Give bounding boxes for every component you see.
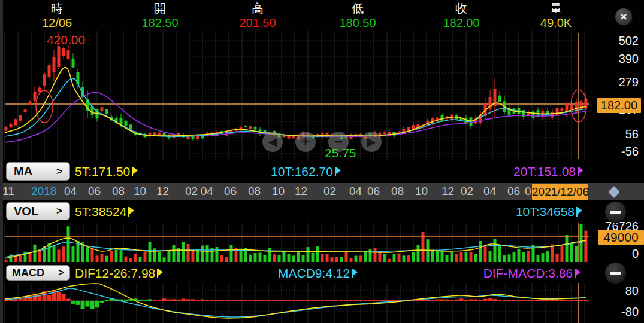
chevron-right-icon: > — [56, 205, 62, 217]
time-tick: 08 — [248, 185, 261, 198]
quote-value-low: 180.50 — [316, 16, 400, 30]
ma20-readout: 20T:151.08 — [513, 164, 584, 179]
quote-label-low: 低 — [316, 1, 400, 16]
quote-field-low: 低 180.50 — [316, 1, 400, 30]
flag-icon — [128, 207, 135, 217]
macd-settings-button[interactable]: MACD > — [6, 265, 70, 281]
time-tick-year: 2018 — [31, 185, 56, 198]
time-tick: 06 — [507, 185, 520, 198]
price-chart-canvas[interactable]: 420.00 25.75 ◀ + − ▶ 502 390 279 167 56 … — [0, 31, 644, 160]
collapse-volume-button[interactable] — [604, 201, 627, 223]
volume-chart-canvas[interactable]: 76726 49000 0 — [0, 223, 644, 263]
flag-icon — [352, 269, 358, 278]
macd-indicator-row: MACD > DIF12-26:7.98 MACD9:4.12 DIF-MACD… — [0, 263, 644, 283]
flag-icon — [157, 269, 164, 278]
ma-button-label: MA — [14, 164, 32, 178]
candlestick-chart — [0, 31, 644, 160]
ma5-readout: 5T:171.50 — [75, 164, 138, 179]
flag-icon — [575, 269, 581, 278]
time-tick: 08 — [391, 185, 404, 198]
chevron-right-icon: > — [56, 166, 62, 178]
quote-field-high: 高 201.50 — [216, 1, 300, 30]
time-tick: 04 — [201, 185, 213, 198]
vol-indicator-row: VOL > 5T:38524 10T:34658 — [0, 200, 644, 223]
quote-value-close: 182.00 — [419, 16, 503, 30]
pane-resize-handle-icon[interactable] — [607, 185, 621, 199]
time-tick: 11 — [2, 185, 14, 198]
time-tick: 12 — [442, 185, 454, 198]
pan-right-button[interactable]: ▶ — [361, 132, 382, 152]
time-tick: 04 — [349, 185, 362, 198]
low-price-annotation: 25.75 — [325, 146, 356, 160]
time-tick: 12 — [156, 185, 169, 198]
time-tick: 10 — [272, 185, 285, 198]
quote-value-time: 12/06 — [15, 16, 99, 30]
time-tick: 06 — [367, 185, 380, 198]
time-tick: 08 — [112, 185, 125, 198]
current-price-badge: 182.00 — [597, 98, 641, 113]
quote-label-volume: 量 — [514, 1, 598, 16]
current-volume-badge: 49000 — [598, 230, 644, 245]
quote-field-close: 收 182.00 — [419, 1, 503, 30]
quote-label-time: 時 — [15, 1, 99, 16]
time-tick: 10 — [134, 185, 146, 198]
quote-field-open: 開 182.50 — [118, 1, 202, 30]
time-axis[interactable]: 11 2018 04 06 08 10 12 02 04 06 08 10 12… — [0, 183, 644, 200]
quote-label-high: 高 — [216, 1, 300, 16]
quote-value-high: 201.50 — [216, 16, 300, 30]
vol5-readout: 5T:38524 — [75, 205, 135, 219]
flag-icon — [578, 167, 584, 176]
ma-settings-button[interactable]: MA > — [6, 162, 70, 181]
flag-icon — [132, 167, 138, 176]
price-axis-tick: 390 — [619, 52, 639, 66]
time-tick: 12 — [295, 185, 307, 198]
time-tick: 02 — [323, 185, 336, 198]
price-axis-tick: 502 — [619, 34, 639, 48]
macd-chart — [0, 283, 644, 323]
time-tick: 06 — [224, 185, 237, 198]
macd-axis-bottom: -80 — [621, 305, 639, 319]
collapse-macd-button[interactable] — [604, 262, 627, 284]
high-price-annotation: 420.00 — [47, 33, 85, 47]
zoom-in-button[interactable]: + — [295, 132, 316, 152]
time-tick: 04 — [64, 185, 77, 198]
dif-macd-readout: DIF-MACD:3.86 — [483, 266, 581, 281]
crosshair-date-badge: 2021/12/06 — [532, 184, 588, 200]
flag-icon — [576, 207, 583, 217]
price-axis-tick: 279 — [619, 75, 639, 89]
time-tick: 06 — [88, 185, 101, 198]
price-axis-tick: 56 — [625, 127, 639, 141]
chevron-right-icon: > — [58, 267, 64, 279]
time-tick: 02 — [185, 185, 198, 198]
quote-field-volume: 量 49.0K — [514, 1, 598, 30]
macd-button-label: MACD — [12, 267, 44, 279]
dif-readout: DIF12-26:7.98 — [75, 266, 164, 281]
quote-bar: 時 12/06 開 182.50 高 201.50 低 180.50 收 182… — [0, 0, 644, 31]
pan-left-button[interactable]: ◀ — [262, 132, 283, 152]
quote-field-time: 時 12/06 — [15, 1, 99, 30]
volume-axis-zero: 0 — [632, 247, 639, 261]
close-icon[interactable]: × — [615, 8, 633, 26]
vol-button-label: VOL — [14, 205, 38, 218]
time-tick: 04 — [483, 185, 496, 198]
ma-indicator-row: MA > 5T:171.50 10T:162.70 20T:151.08 — [0, 160, 644, 183]
quote-value-volume: 49.0K — [514, 16, 598, 30]
time-tick: 0 — [525, 185, 531, 198]
flag-icon — [335, 167, 341, 176]
macd9-readout: MACD9:4.12 — [278, 266, 358, 281]
vol-settings-button[interactable]: VOL > — [6, 202, 70, 220]
time-tick: 02 — [461, 185, 473, 198]
vol10-readout: 10T:34658 — [516, 205, 583, 219]
volume-chart — [0, 223, 644, 263]
quote-label-open: 開 — [118, 1, 202, 16]
quote-value-open: 182.50 — [118, 16, 202, 30]
price-axis-tick: -56 — [621, 145, 639, 159]
quote-label-close: 收 — [419, 1, 503, 16]
time-tick: 10 — [415, 185, 428, 198]
left-bezel — [0, 0, 3, 323]
stock-chart-app: 時 12/06 開 182.50 高 201.50 低 180.50 收 182… — [0, 0, 644, 323]
macd-axis-top: 80 — [625, 284, 639, 298]
ma10-readout: 10T:162.70 — [271, 164, 341, 179]
macd-chart-canvas[interactable]: 80 -80 — [0, 283, 644, 323]
